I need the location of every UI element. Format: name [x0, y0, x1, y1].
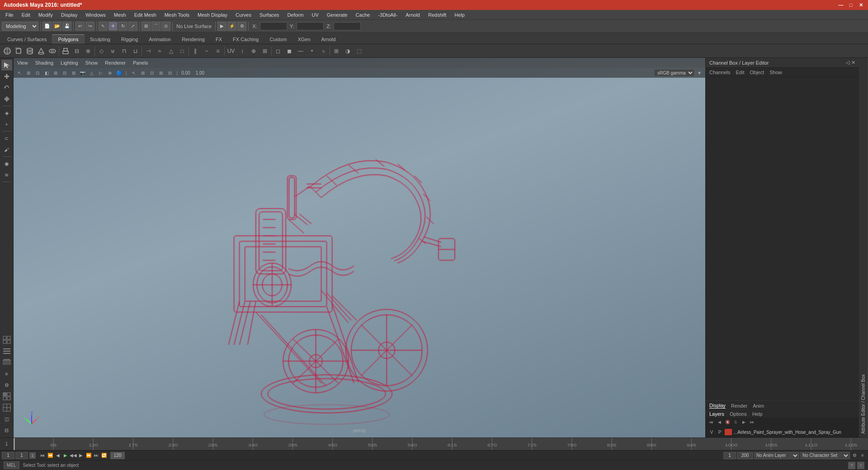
menu-mesh-display[interactable]: Mesh Display	[194, 11, 231, 19]
unfold-icon[interactable]: ⊞	[259, 46, 270, 56]
menu-edit[interactable]: Edit	[18, 11, 34, 19]
viewport-menu-renderer[interactable]: Renderer	[105, 60, 126, 66]
move-tool-btn[interactable]: ✛	[108, 22, 118, 31]
menu-display[interactable]: Display	[57, 11, 81, 19]
tab-curves-surfaces[interactable]: Curves / Surfaces	[2, 34, 52, 44]
viewport-menu-panels[interactable]: Panels	[133, 60, 148, 66]
bridge-icon[interactable]: ⊟	[71, 46, 82, 56]
vp-tb-btn9[interactable]: △	[88, 69, 96, 77]
attr-editor-left[interactable]: ≡	[1, 368, 12, 379]
play-next-frame-btn[interactable]: ▶	[77, 452, 85, 459]
gamma-dropdown[interactable]: sRGB gamma	[654, 69, 694, 76]
render-settings-btn[interactable]: ⚙	[237, 22, 246, 31]
cb-display-tab-render[interactable]: Render	[731, 403, 747, 409]
menu-uv[interactable]: UV	[308, 11, 322, 19]
sel-face-icon[interactable]: ◼	[284, 46, 295, 56]
separate-icon[interactable]: ⊔	[130, 46, 141, 56]
boolean-union-icon[interactable]: ⊎	[107, 46, 118, 56]
cb-layer-mute-btn[interactable]: 🔇	[724, 418, 731, 426]
tab-rendering[interactable]: Rendering	[176, 34, 210, 44]
minimize-button[interactable]: —	[837, 1, 844, 9]
menu-mesh-tools[interactable]: Mesh Tools	[161, 11, 193, 19]
anim-layer-dropdown[interactable]: No Anim Layer	[754, 452, 799, 459]
vp-tb-btn15[interactable]: ⊡	[148, 69, 156, 77]
timeline-track[interactable]: 65 120 175 230 285 340 395 450 5	[14, 438, 868, 450]
save-btn[interactable]: 💾	[62, 22, 71, 31]
cb-layer-forward-btn[interactable]: ▶	[740, 418, 747, 426]
cb-tab-edit[interactable]: Edit	[736, 70, 744, 75]
snap-grid-left[interactable]	[1, 334, 12, 345]
play-btn[interactable]: ▶	[62, 452, 69, 459]
edge-flow-icon[interactable]: ~	[201, 46, 212, 56]
vp-tb-btn13[interactable]: ↖	[130, 69, 138, 77]
tab-rigging[interactable]: Rigging	[116, 34, 143, 44]
play-loop-btn[interactable]: 🔁	[100, 452, 108, 459]
cb-layer-solo-btn[interactable]: S	[732, 418, 739, 426]
help-line-icon[interactable]: ?	[848, 462, 855, 469]
show-manip-left[interactable]: +	[1, 119, 12, 130]
vp-camera-btn[interactable]: 📷	[79, 69, 87, 77]
menu-curves[interactable]: Curves	[232, 11, 255, 19]
vp-tb-btn4[interactable]: ◧	[42, 69, 51, 77]
triangulate-icon[interactable]: △	[165, 46, 176, 56]
snap-curve-btn[interactable]: ⌒	[151, 22, 160, 31]
mode-dropdown[interactable]: Modeling Rigging Animation FX Rendering	[2, 22, 38, 31]
combine-icon[interactable]: ⊓	[118, 46, 129, 56]
tab-custom[interactable]: Custom	[264, 34, 292, 44]
vp-tb-btn7[interactable]: ⊞	[70, 69, 78, 77]
current-frame-input[interactable]	[15, 452, 28, 459]
mirror-icon[interactable]: ⊣	[143, 46, 154, 56]
unknown1-left[interactable]	[1, 391, 12, 402]
sculpt-btn[interactable]: ◉	[1, 158, 12, 169]
feedback-icon[interactable]: !	[857, 462, 864, 469]
select-tool-left[interactable]	[1, 60, 12, 70]
cb-display-tab-display[interactable]: Display	[709, 403, 726, 409]
tool-options-left[interactable]: ⚙	[1, 380, 12, 390]
playback-start-input[interactable]	[723, 452, 736, 459]
menu-deform[interactable]: Deform	[283, 11, 307, 19]
layer-v-check[interactable]: V	[708, 429, 715, 435]
insert-loop-icon[interactable]: ∥	[190, 46, 201, 56]
unknown3-left[interactable]: ◫	[1, 414, 12, 424]
cb-layers-tab-options[interactable]: Options	[730, 411, 747, 417]
cb-layer-next-btn[interactable]: ⏭	[748, 418, 755, 426]
extrude-icon[interactable]	[60, 46, 71, 56]
snap-grid-btn[interactable]: ⊞	[142, 22, 151, 31]
cone-icon[interactable]	[36, 46, 47, 56]
character-set-dropdown[interactable]: No Character Set	[800, 452, 850, 459]
channel-box-left[interactable]	[1, 346, 12, 357]
tab-xgen[interactable]: XGen	[292, 34, 316, 44]
ipr-render-btn[interactable]: ⚡	[227, 22, 236, 31]
menu-redshift[interactable]: Redshift	[425, 11, 450, 19]
sphere-icon[interactable]	[2, 46, 13, 56]
viewport-menu-view[interactable]: View	[17, 60, 28, 66]
close-button[interactable]: ✕	[857, 1, 864, 9]
menu-edit-mesh[interactable]: Edit Mesh	[131, 11, 160, 19]
play-reverse-btn[interactable]: ◀◀	[70, 452, 77, 459]
rotate-tool-btn[interactable]: ↻	[118, 22, 127, 31]
offset-icon[interactable]: ≡	[212, 46, 223, 56]
cb-tab-show[interactable]: Show	[769, 70, 782, 75]
vp-tb-btn12[interactable]: 🔵	[115, 69, 123, 77]
soft-sel-btn[interactable]: ≋	[1, 169, 12, 180]
y-input[interactable]	[297, 22, 324, 30]
vp-gamma-btn[interactable]: ▼	[695, 69, 703, 77]
play-prev-frame-btn[interactable]: ◀	[54, 452, 61, 459]
cylinder-icon[interactable]	[24, 46, 35, 56]
select-tool-btn[interactable]: ↖	[99, 22, 108, 31]
menu-help[interactable]: Help	[451, 11, 468, 19]
cb-layers-tab-help[interactable]: Help	[752, 411, 763, 417]
bevel-icon[interactable]: ◇	[96, 46, 107, 56]
vp-tb-btn2[interactable]: ⊞	[24, 69, 33, 77]
vp-tb-btn11[interactable]: ⊕	[106, 69, 114, 77]
last-tool-left[interactable]: ◈	[1, 108, 12, 118]
quadrangulate-icon[interactable]: □	[177, 46, 188, 56]
play-prev-key-btn[interactable]: ⏪	[47, 452, 54, 459]
vp-tb-btn10[interactable]: ▷	[97, 69, 105, 77]
sel-obj-icon[interactable]: ◻	[273, 46, 283, 56]
cb-display-tab-anim[interactable]: Anim	[753, 403, 764, 409]
vp-tb-btn17[interactable]: ⊟	[166, 69, 174, 77]
uv-editor-icon[interactable]: UV	[226, 46, 236, 56]
menu-cache[interactable]: Cache	[352, 11, 374, 19]
lasso-left[interactable]: ⊂	[1, 133, 12, 144]
